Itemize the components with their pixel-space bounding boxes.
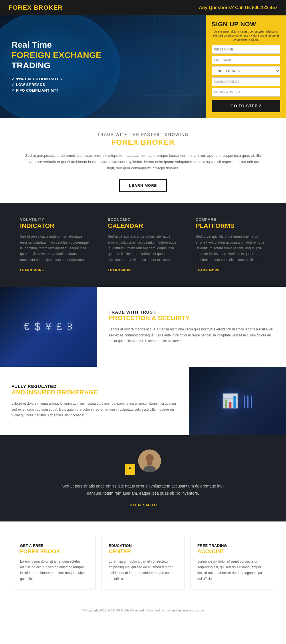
protection-image: € $ ¥ £ ₿ — [0, 287, 97, 367]
feature-platforms-label: COMPARE — [196, 217, 266, 222]
testimonial-avatar — [138, 450, 161, 472]
brokerage-text: FULLY REGULATED AND INSURED BROKERAGE La… — [0, 367, 189, 435]
feature-platforms-body: Sed ut perspiciatis unde omnis iste natu… — [196, 234, 266, 263]
hero-title: Real Time FOREIGN EXCHANGE TRADING — [11, 40, 197, 71]
feature-platforms-link[interactable]: LEARN MORE — [196, 268, 220, 272]
trade-subtitle: TRADE WITH THE FASTEST GROWING — [23, 132, 263, 137]
protection-label: TRADE WITH TRUST, — [109, 310, 275, 314]
go-to-step2-button[interactable]: GO TO STEP 2 — [212, 100, 280, 112]
trade-body: Sed ut perspiciatis unde omnis iste natu… — [23, 153, 263, 171]
feature-volatility-body: Sed ut perspiciatis unde omnis iste natu… — [20, 234, 90, 263]
hero-content: Real Time FOREIGN EXCHANGE TRADING 99% E… — [0, 15, 206, 118]
country-select[interactable]: UNITED STATES — [212, 66, 280, 75]
signup-title: SIGN UP NOW — [212, 21, 280, 28]
card-ebook-title: FOREX EBOOK — [20, 548, 89, 555]
card-education-body: Lorem ipsum dolor sit amet consectetur a… — [109, 559, 177, 582]
hero-title-line3: TRADING — [11, 61, 51, 70]
card-ebook-body: Lorem ipsum dolor sit amet consectetur a… — [20, 559, 89, 582]
brokerage-body: Labore et dolore magna aliqua. Ut enim a… — [11, 401, 177, 418]
card-education-title: CENTER — [109, 548, 177, 555]
header-contact: Any Questions? Call Us 800.123.457 — [199, 5, 277, 10]
quote-icon: " — [125, 464, 135, 475]
card-trading-title: ACCOUNT — [197, 548, 266, 555]
protection-section: € $ ¥ £ ₿ TRADE WITH TRUST, PROTECTION &… — [0, 287, 286, 367]
brokerage-title: AND INSURED BROKERAGE — [11, 389, 177, 396]
header: FOREX BROKER Any Questions? Call Us 800.… — [0, 0, 286, 15]
feature-volatility-label: VOLATILITY — [20, 217, 90, 222]
learn-more-button[interactable]: LEARN MORE — [119, 179, 166, 192]
brokerage-img-icon: 📊 ||| — [222, 393, 253, 409]
phone-input[interactable] — [212, 88, 280, 97]
feature-calendar-link[interactable]: LEARN MORE — [108, 268, 132, 272]
bottom-cards-section: GET A FREE FOREX EBOOK Lorem ipsum dolor… — [0, 521, 286, 604]
signup-subtitle: Lorem ipsum dolor sit amet, consectetur … — [212, 30, 280, 42]
feature-calendar-title: CALENDAR — [108, 222, 178, 230]
protection-title: PROTECTION & SECURITY — [109, 314, 275, 322]
trade-title-yellow: BROKER — [141, 138, 175, 147]
feature-volatility-title: INDICATOR — [20, 222, 90, 230]
trade-section: TRADE WITH THE FASTEST GROWING FOREX BRO… — [0, 118, 286, 203]
testimonial-section: " Sed ut perspiciatis unde omnis iste na… — [0, 435, 286, 521]
last-name-input[interactable] — [212, 56, 280, 64]
hero-checklist: 99% EXECUTION RATES LOW SPREADS FIFO COM… — [11, 77, 197, 94]
brokerage-label: FULLY REGULATED — [11, 384, 177, 389]
card-trading: FREE TRADING ACCOUNT Lorem ipsum dolor s… — [190, 536, 273, 590]
feature-calendar-label: ECONOMIC — [108, 217, 178, 222]
feature-calendar: ECONOMIC CALENDAR Sed ut perspiciatis un… — [99, 217, 187, 272]
protection-body: Labore et dolore magna aliqua. Ut enim a… — [109, 326, 275, 344]
card-ebook: GET A FREE FOREX EBOOK Lorem ipsum dolor… — [13, 536, 96, 590]
logo-prefix: FOREX — [9, 4, 34, 11]
features-section: VOLATILITY INDICATOR Sed ut perspiciatis… — [0, 203, 286, 287]
footer-copyright: © Copyright 2015-2016. All Rights Reserv… — [82, 609, 204, 612]
card-ebook-label: GET A FREE — [20, 543, 89, 548]
email-input[interactable] — [212, 77, 280, 86]
feature-volatility: VOLATILITY INDICATOR Sed ut perspiciatis… — [11, 217, 99, 272]
card-education-label: EDUCATION — [109, 543, 177, 548]
feature-volatility-link[interactable]: LEARN MORE — [20, 268, 44, 272]
brokerage-row: FULLY REGULATED AND INSURED BROKERAGE La… — [0, 367, 286, 435]
trade-title-plain: FOREX — [111, 138, 141, 147]
currency-icons: € $ ¥ £ ₿ — [24, 321, 74, 333]
check-item-2: LOW SPREADS — [11, 83, 197, 87]
protection-text: TRADE WITH TRUST, PROTECTION & SECURITY … — [97, 287, 286, 367]
testimonial-text: Sed ut perspiciatis unde omnis iste natu… — [57, 483, 229, 497]
feature-platforms: COMPARE PLATFORMS Sed ut perspiciatis un… — [187, 217, 275, 272]
feature-calendar-body: Sed ut perspiciatis unde omnis iste natu… — [108, 234, 178, 263]
hero-title-line1: Real Time — [11, 40, 52, 49]
svg-rect-3 — [147, 462, 152, 465]
phone-number[interactable]: 800.123.457 — [252, 5, 277, 10]
contact-text: Any Questions? Call Us — [199, 5, 252, 10]
card-trading-body: Lorem ipsum dolor sit amet consectetur a… — [197, 559, 266, 582]
card-trading-label: FREE TRADING — [197, 543, 266, 548]
trade-title: FOREX BROKER — [23, 138, 263, 147]
logo: FOREX BROKER — [9, 4, 63, 11]
check-item-1: 99% EXECUTION RATES — [11, 77, 197, 81]
check-item-3: FIFO COMPLIANT MT4 — [11, 88, 197, 93]
first-name-input[interactable] — [212, 45, 280, 54]
feature-platforms-title: PLATFORMS — [196, 222, 266, 230]
hero-section: Real Time FOREIGN EXCHANGE TRADING 99% E… — [0, 15, 286, 118]
testimonial-name: JOHN SMITH — [129, 503, 157, 507]
hero-title-line2: FOREIGN EXCHANGE — [11, 50, 102, 60]
svg-point-1 — [146, 454, 154, 462]
logo-suffix: BROKER — [34, 4, 63, 11]
footer: © Copyright 2015-2016. All Rights Reserv… — [0, 604, 286, 617]
signup-box: SIGN UP NOW Lorem ipsum dolor sit amet, … — [206, 15, 286, 118]
card-education: EDUCATION CENTER Lorem ipsum dolor sit a… — [102, 536, 184, 590]
brokerage-image: 📊 ||| — [189, 367, 286, 435]
avatar-svg — [138, 450, 161, 472]
